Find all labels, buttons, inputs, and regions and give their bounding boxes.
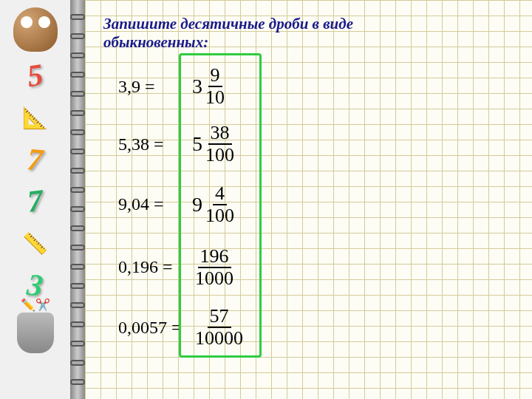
numerator: 4 [213, 184, 227, 205]
fraction: 9 10 [205, 66, 225, 107]
denominator: 100 [205, 205, 234, 225]
decorative-number-5: 5 [25, 57, 45, 94]
fraction-answer: 57 10000 [192, 307, 243, 348]
title-line-2: обыкновенных: [103, 33, 208, 51]
decimal-value: 9,04 = [103, 194, 192, 214]
numerator: 196 [198, 247, 231, 268]
decorative-number-7-orange: 7 [26, 141, 44, 178]
denominator: 10000 [195, 328, 243, 348]
title-line-1: Запишите десятичные дроби в виде [103, 15, 353, 33]
whole-part: 5 [192, 132, 202, 156]
fraction: 38 100 [205, 123, 234, 165]
spiral-binding [70, 0, 85, 399]
worksheet-page: Запишите десятичные дроби в виде обыкнов… [85, 0, 532, 399]
fraction: 57 10000 [195, 307, 243, 348]
decorative-number-7-green: 7 [26, 183, 45, 219]
whole-part: 9 [192, 193, 202, 216]
problem-row: 9,04 = 9 4 100 [103, 173, 514, 236]
decimal-value: 0,196 = [103, 257, 192, 277]
problem-row: 0,196 = 196 1000 [103, 236, 514, 299]
numerator: 9 [208, 66, 222, 87]
problem-row: 5,38 = 5 38 100 [103, 115, 514, 173]
denominator: 100 [205, 145, 234, 165]
owl-icon [13, 7, 58, 52]
task-title: Запишите десятичные дроби в виде обыкнов… [103, 15, 514, 52]
fraction-answer: 9 4 100 [192, 184, 234, 225]
fraction-answer: 196 1000 [192, 247, 233, 288]
fraction-answer: 5 38 100 [192, 123, 234, 165]
decimal-value: 0,0057 = [103, 318, 192, 338]
denominator: 10 [205, 87, 225, 107]
sidebar: 5 7 7 3 [0, 0, 70, 399]
ruler-pencil-icon [17, 99, 54, 136]
problem-row: 3,9 = 3 9 10 [103, 58, 514, 115]
fraction: 196 1000 [195, 247, 233, 288]
decimal-value: 3,9 = [103, 77, 192, 97]
problem-row: 0,0057 = 57 10000 [103, 299, 514, 356]
pencil-cup-icon [17, 313, 54, 353]
problems-container: 3,9 = 3 9 10 5,38 = 5 38 100 9,04 = [103, 58, 514, 356]
decimal-value: 5,38 = [103, 134, 192, 154]
denominator: 1000 [195, 268, 233, 288]
fraction: 4 100 [205, 184, 234, 225]
numerator: 38 [208, 123, 232, 145]
fraction-answer: 3 9 10 [192, 66, 225, 107]
numerator: 57 [208, 307, 231, 328]
compass-icon [17, 225, 54, 262]
whole-part: 3 [192, 75, 202, 98]
